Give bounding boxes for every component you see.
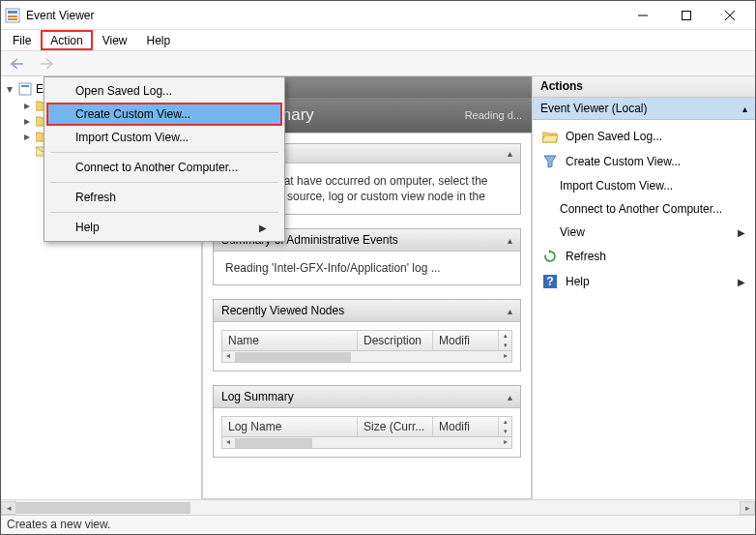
actions-subhead[interactable]: Event Viewer (Local) ▴ xyxy=(533,98,755,120)
folder-open-icon xyxy=(542,129,558,144)
dd-label: Import Custom View... xyxy=(75,131,189,144)
collapse-icon[interactable]: ▴ xyxy=(508,306,512,316)
menu-separator xyxy=(50,182,278,183)
action-label: Import Custom View... xyxy=(560,179,673,193)
action-label: View xyxy=(560,225,585,239)
statusbar: Creates a new view. xyxy=(1,515,755,534)
toolbar xyxy=(1,51,755,76)
dd-help[interactable]: Help▶ xyxy=(46,216,282,239)
col-size[interactable]: Size (Curr... xyxy=(358,417,433,436)
dd-label: Create Custom View... xyxy=(75,107,190,121)
action-label: Open Saved Log... xyxy=(566,130,662,143)
action-view[interactable]: View ▶ xyxy=(537,221,751,244)
collapse-icon[interactable]: ▴ xyxy=(508,392,512,402)
scroll-track[interactable] xyxy=(16,501,740,515)
expand-icon[interactable]: ▸ xyxy=(22,99,32,112)
menubar: File Action View Help xyxy=(1,30,755,51)
dd-label: Connect to Another Computer... xyxy=(75,161,238,174)
menu-file[interactable]: File xyxy=(3,30,41,50)
maximize-button[interactable] xyxy=(664,2,708,29)
log-summary-title: Log Summary xyxy=(221,390,294,403)
event-viewer-icon xyxy=(18,82,32,96)
recent-nodes-title: Recently Viewed Nodes xyxy=(221,304,344,317)
svg-rect-2 xyxy=(8,15,17,17)
col-modified[interactable]: Modifi xyxy=(433,331,498,350)
expand-icon[interactable]: ▸ xyxy=(22,114,32,128)
svg-text:?: ? xyxy=(546,275,553,288)
refresh-icon xyxy=(542,249,558,264)
back-button[interactable] xyxy=(7,53,28,74)
action-import-custom-view[interactable]: Import Custom View... xyxy=(537,174,751,197)
collapse-icon[interactable]: ▴ xyxy=(742,104,747,114)
dd-import-custom-view[interactable]: Import Custom View... xyxy=(46,126,282,149)
horizontal-scrollbar[interactable]: ◂ ▸ xyxy=(1,499,755,515)
svg-rect-1 xyxy=(8,11,17,14)
scroll-spin[interactable]: ▴▾ xyxy=(498,331,511,350)
dd-refresh[interactable]: Refresh xyxy=(46,186,282,209)
minimize-button[interactable] xyxy=(621,2,664,29)
action-refresh[interactable]: Refresh xyxy=(537,244,751,269)
actions-list: Open Saved Log... Create Custom View... … xyxy=(533,120,755,298)
collapse-icon[interactable]: ▴ xyxy=(508,148,512,159)
menu-separator xyxy=(50,212,278,213)
dd-connect-computer[interactable]: Connect to Another Computer... xyxy=(46,156,282,179)
col-logname[interactable]: Log Name xyxy=(222,417,358,436)
action-connect-computer[interactable]: Connect to Another Computer... xyxy=(537,197,751,221)
dd-open-saved-log[interactable]: Open Saved Log... xyxy=(46,79,282,103)
window-controls xyxy=(621,2,751,29)
log-summary-panel: Log Summary ▴ Log Name Size (Curr... Mod… xyxy=(213,385,521,458)
dd-label: Refresh xyxy=(75,191,116,204)
svg-rect-8 xyxy=(19,83,31,95)
log-summary-header[interactable]: Log Summary ▴ xyxy=(214,386,520,408)
recent-nodes-panel: Recently Viewed Nodes ▴ Name Description… xyxy=(213,299,521,372)
actions-pane: Actions Event Viewer (Local) ▴ Open Save… xyxy=(533,76,755,499)
help-icon: ? xyxy=(542,274,558,289)
logsum-grid-scroll[interactable]: ◂▸ xyxy=(221,437,512,449)
action-open-saved-log[interactable]: Open Saved Log... xyxy=(537,124,751,149)
action-label: Refresh xyxy=(566,250,606,263)
main-area: ▾ Ev ▸ ▸ ▸ ocal) and Summary Reading d..… xyxy=(1,76,755,499)
col-modified[interactable]: Modifi xyxy=(433,417,498,436)
svg-rect-3 xyxy=(8,18,17,20)
summary-events-body: Reading 'Intel-GFX-Info/Application' log… xyxy=(225,261,509,275)
submenu-arrow-icon: ▶ xyxy=(738,277,745,287)
filter-icon xyxy=(542,154,558,169)
forward-button[interactable] xyxy=(36,53,57,74)
action-help[interactable]: ? Help ▶ xyxy=(537,269,751,294)
app-icon xyxy=(5,8,20,23)
window-title: Event Viewer xyxy=(26,9,621,22)
recent-nodes-header[interactable]: Recently Viewed Nodes ▴ xyxy=(214,300,520,322)
titlebar: Event Viewer xyxy=(1,1,755,30)
summary-loading: Reading d... xyxy=(465,109,522,121)
menu-action[interactable]: Action xyxy=(41,30,92,50)
scroll-left-icon[interactable]: ◂ xyxy=(1,501,16,515)
submenu-arrow-icon: ▶ xyxy=(738,227,745,238)
action-label: Help xyxy=(566,275,590,288)
menu-separator xyxy=(50,152,278,153)
svg-rect-9 xyxy=(21,85,29,87)
collapse-icon[interactable]: ▾ xyxy=(5,82,15,96)
close-button[interactable] xyxy=(708,2,751,29)
expand-icon[interactable]: ▸ xyxy=(22,130,32,143)
submenu-arrow-icon: ▶ xyxy=(259,223,267,233)
scroll-spin[interactable]: ▴▾ xyxy=(498,417,511,436)
action-menu-dropdown: Open Saved Log... Create Custom View... … xyxy=(44,76,285,242)
action-create-custom-view[interactable]: Create Custom View... xyxy=(537,149,751,174)
status-text: Creates a new view. xyxy=(7,518,110,531)
dd-label: Open Saved Log... xyxy=(75,84,172,98)
recent-grid-scroll[interactable]: ◂▸ xyxy=(221,351,512,363)
action-label: Create Custom View... xyxy=(566,155,681,168)
scroll-right-icon[interactable]: ▸ xyxy=(740,501,755,515)
collapse-icon[interactable]: ▴ xyxy=(508,235,512,246)
logsum-grid-header: Log Name Size (Curr... Modifi ▴▾ xyxy=(221,416,512,437)
actions-subhead-label: Event Viewer (Local) xyxy=(540,102,648,115)
dd-create-custom-view[interactable]: Create Custom View... xyxy=(46,103,282,126)
scroll-thumb[interactable] xyxy=(16,502,190,514)
dd-label: Help xyxy=(75,221,100,234)
svg-rect-5 xyxy=(682,11,690,19)
window: Event Viewer File Action View Help ▾ Ev … xyxy=(0,0,756,535)
menu-help[interactable]: Help xyxy=(137,30,181,50)
menu-view[interactable]: View xyxy=(93,30,137,50)
col-name[interactable]: Name xyxy=(222,331,358,350)
col-description[interactable]: Description xyxy=(358,331,433,350)
